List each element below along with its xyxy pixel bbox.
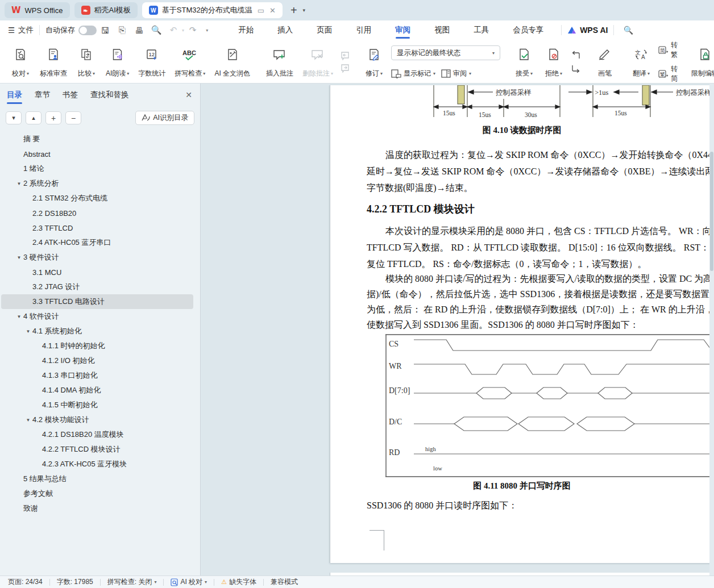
toc-expand-arrow-icon[interactable]: ▼ bbox=[15, 181, 23, 186]
print-icon[interactable]: 🖶 bbox=[133, 26, 146, 35]
compare-button[interactable]: 比较▾ bbox=[72, 42, 101, 82]
proofread-button[interactable]: 校对▾ bbox=[6, 42, 35, 82]
sidebar-tab-find-replace[interactable]: 查找和替换 bbox=[90, 84, 129, 106]
markup-state-select[interactable]: 显示标记的最终状态 ▾ bbox=[391, 45, 500, 60]
toc-item[interactable]: ▼ 1 绪论 bbox=[1, 161, 193, 176]
tab-list-chevron-icon[interactable]: ▾ bbox=[303, 7, 306, 13]
undo-icon[interactable]: ↶ bbox=[167, 25, 180, 35]
autosave-toggle[interactable] bbox=[78, 26, 97, 35]
toc-item[interactable]: ▼ 4.1.4 DMA 初始化 bbox=[1, 383, 193, 398]
brush-button[interactable]: 画笔 bbox=[590, 42, 620, 82]
monitor-icon[interactable]: ▭ bbox=[258, 6, 264, 15]
warning-icon: ⚠ bbox=[221, 578, 227, 586]
tab-insert[interactable]: 插入 bbox=[265, 20, 305, 40]
sidebar-tab-toc[interactable]: 目录 bbox=[7, 84, 22, 106]
sidebar-close-icon[interactable]: ✕ bbox=[185, 90, 192, 99]
missing-font-warning[interactable]: ⚠缺失字体 bbox=[221, 577, 256, 587]
tab-document[interactable]: W 基于STM32的分布式电缆温 ▭ ✕ bbox=[142, 2, 283, 18]
toc-expand-arrow-icon[interactable]: ▼ bbox=[24, 418, 32, 423]
toc-item[interactable]: ▼ 2.4 ATK-HC05 蓝牙串口 bbox=[1, 235, 193, 250]
toc-expand-arrow-icon[interactable]: ▼ bbox=[24, 329, 32, 334]
save-icon[interactable]: 🖫 bbox=[99, 26, 111, 35]
vertical-scrollbar[interactable] bbox=[709, 84, 714, 576]
ai-proof-button[interactable]: AI 校对▾ bbox=[171, 577, 207, 587]
toc-item[interactable]: ▼ 3.1 MCU bbox=[1, 265, 193, 280]
tab-docer-ai[interactable]: ❧ 稻壳AI模板 bbox=[74, 2, 138, 18]
print-preview-icon[interactable]: 🔍 bbox=[150, 25, 163, 35]
ai-recognize-toc-button[interactable]: AI识别目录 bbox=[135, 111, 194, 125]
to-traditional-button[interactable]: 简 转繁 bbox=[658, 40, 678, 60]
toc-item[interactable]: ▼ 2.3 TFTLCD bbox=[1, 220, 193, 235]
toc-item[interactable]: ▼ 2.2 DS18B20 bbox=[1, 206, 193, 220]
toc-expand-arrow-icon[interactable]: ▼ bbox=[15, 314, 23, 319]
ai-read-button[interactable]: AI朗读▾ bbox=[101, 42, 134, 82]
toc-item[interactable]: ▼ 4 软件设计 bbox=[1, 309, 193, 324]
spellcheck-status[interactable]: 拼写检查: 关闭▾ bbox=[107, 577, 157, 587]
redo-icon[interactable]: ↷ bbox=[186, 25, 199, 35]
toc-item[interactable]: ▼ 3 硬件设计 bbox=[1, 250, 193, 265]
ai-polish-button[interactable]: AI 全文润色 bbox=[210, 42, 255, 82]
toc-item[interactable]: ▼ 摘 要 bbox=[1, 132, 193, 147]
next-comment-icon[interactable] bbox=[339, 63, 351, 73]
toc-item[interactable]: ▼ 4.2.3 ATK-HC05 蓝牙模块 bbox=[1, 457, 193, 472]
word-count-button[interactable]: 12 字数统计 bbox=[134, 42, 170, 82]
next-revision-icon[interactable] bbox=[570, 63, 582, 73]
restrict-edit-button[interactable]: 限制编辑 bbox=[687, 42, 714, 82]
toc-item[interactable]: ▼ 5 结果与总结 bbox=[1, 472, 193, 486]
quickbar-chevron-icon[interactable]: ▾ bbox=[206, 28, 208, 33]
toc-item[interactable]: ▼ 4.2 模块功能设计 bbox=[1, 412, 193, 427]
sidebar-tab-chapter[interactable]: 章节 bbox=[35, 84, 50, 106]
tab-tools[interactable]: 工具 bbox=[462, 20, 501, 40]
close-icon[interactable]: ✕ bbox=[269, 6, 276, 15]
scrollbar-thumb[interactable] bbox=[710, 152, 713, 271]
file-menu-button[interactable]: ☰ 文件 bbox=[8, 25, 34, 35]
toc-item[interactable]: ▼ 4.1.3 串口初始化 bbox=[1, 368, 193, 383]
tab-view[interactable]: 视图 bbox=[422, 20, 462, 40]
toc-item[interactable]: ▼ 4.2.2 TFTLCD 模块设计 bbox=[1, 442, 193, 457]
toc-item[interactable]: ▼ 致谢 bbox=[1, 501, 193, 516]
toc-item-label: 2.2 DS18B20 bbox=[32, 209, 76, 218]
toc-item[interactable]: ▼ 4.1.2 I/O 初始化 bbox=[1, 353, 193, 368]
standard-review-button[interactable]: 标准审查 bbox=[35, 42, 72, 82]
delete-comment-button[interactable]: 删除批注▾ bbox=[298, 42, 338, 82]
revise-button[interactable]: 修订▾ bbox=[359, 42, 389, 82]
tab-page[interactable]: 页面 bbox=[305, 20, 344, 40]
translate-button[interactable]: 文A 翻译▾ bbox=[626, 42, 656, 82]
show-markup-button[interactable]: 显示标记▾ bbox=[391, 69, 435, 78]
review-pane-button[interactable]: 审阅▾ bbox=[441, 69, 471, 78]
toc-zoom-in-button[interactable]: + bbox=[45, 111, 61, 124]
toc-zoom-out-button[interactable]: − bbox=[65, 111, 81, 124]
toc-item[interactable]: ▼ 4.2.1 DS18B20 温度模块 bbox=[1, 427, 193, 442]
search-icon[interactable]: 🔍 bbox=[622, 26, 634, 35]
toc-item[interactable]: ▼ 4.1.1 时钟的初始化 bbox=[1, 339, 193, 353]
toc-expand-arrow-icon[interactable]: ▼ bbox=[15, 255, 23, 260]
toc-item-label: 4.2.1 DS18B20 温度模块 bbox=[42, 429, 124, 440]
menu-tab-strip: 开始 插入 页面 引用 审阅 视图 工具 会员专享 bbox=[226, 20, 555, 40]
tab-review[interactable]: 审阅 bbox=[383, 20, 422, 40]
toc-collapse-all-button[interactable]: ▴ bbox=[26, 111, 41, 124]
tab-home[interactable]: 开始 bbox=[226, 20, 265, 40]
toc-item[interactable]: ▼ 3.2 JTAG 设计 bbox=[1, 280, 193, 294]
accept-button[interactable]: 接受▾ bbox=[509, 42, 539, 82]
toc-item[interactable]: ▼ 2.1 STM32 分布式电缆 bbox=[1, 191, 193, 206]
tab-reference[interactable]: 引用 bbox=[344, 20, 383, 40]
new-tab-button[interactable]: + bbox=[290, 4, 297, 17]
spell-check-button[interactable]: ABC 拼写检查▾ bbox=[170, 42, 210, 82]
export-icon[interactable]: ⎘ bbox=[116, 25, 128, 35]
toc-item[interactable]: ▼ 参考文献 bbox=[1, 486, 193, 501]
tab-wps-office[interactable]: W WPS Office bbox=[5, 2, 70, 18]
toc-expand-all-button[interactable]: ▾ bbox=[6, 111, 22, 124]
sidebar-tab-bookmark[interactable]: 书签 bbox=[63, 84, 78, 106]
wps-ai-button[interactable]: WPS AI bbox=[567, 26, 608, 35]
tab-member[interactable]: 会员专享 bbox=[501, 20, 555, 40]
toc-item[interactable]: ▼ Abstract bbox=[1, 147, 193, 161]
prev-revision-icon[interactable] bbox=[570, 51, 582, 61]
reject-button[interactable]: 拒绝▾ bbox=[539, 42, 568, 82]
insert-comment-button[interactable]: 插入批注 bbox=[261, 42, 298, 82]
toc-item[interactable]: ▼ 4.1.5 中断初始化 bbox=[1, 398, 193, 412]
toc-item[interactable]: ▼ 3.3 TFTLCD 电路设计 bbox=[1, 294, 193, 309]
to-simplified-button[interactable]: 繁 转简 bbox=[658, 64, 678, 84]
prev-comment-icon[interactable] bbox=[339, 51, 351, 61]
toc-item[interactable]: ▼ 4.1 系统初始化 bbox=[1, 324, 193, 339]
toc-item[interactable]: ▼ 2 系统分析 bbox=[1, 176, 193, 191]
